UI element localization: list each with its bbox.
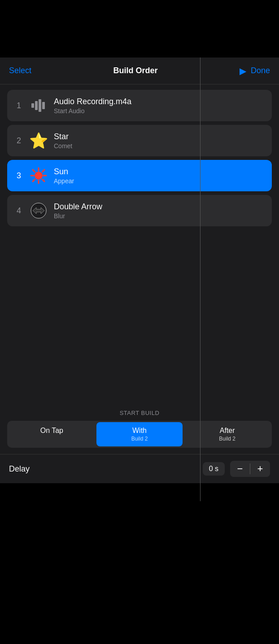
segment-on-tap[interactable]: On Tap [9, 422, 95, 446]
segment-after[interactable]: After Build 2 [184, 422, 270, 446]
item-text-2: Star Comet [54, 132, 72, 150]
svg-line-10 [43, 180, 45, 182]
svg-line-11 [43, 170, 45, 172]
svg-point-4 [35, 172, 43, 180]
double-arrow-icon [30, 202, 48, 220]
svg-rect-3 [42, 102, 45, 109]
item-number-4: 4 [14, 206, 23, 216]
item-sub-2: Comet [54, 142, 72, 150]
header-right: ▶ Done [240, 66, 270, 76]
stepper-minus-button[interactable]: − [230, 461, 250, 477]
item-number-1: 1 [14, 101, 23, 110]
delay-value: 0 s [203, 462, 225, 476]
build-item-1[interactable]: 1 Audio Recording.m4a Start Audio [7, 90, 272, 121]
bottom-black-area [0, 483, 279, 501]
item-name-1: Audio Recording.m4a [54, 97, 131, 106]
build-item-2[interactable]: 2 ⭐ Star Comet [7, 125, 272, 156]
select-button[interactable]: Select [9, 66, 31, 75]
item-text-1: Audio Recording.m4a Start Audio [54, 97, 131, 115]
segment-with-build[interactable]: With Build 2 [96, 422, 183, 446]
page-title: Build Order [113, 66, 157, 75]
svg-rect-0 [31, 103, 34, 108]
sun-icon [30, 167, 48, 185]
delay-row: Delay 0 s − + [0, 454, 279, 483]
build-list: 1 Audio Recording.m4a Start Audio 2 ⭐ St… [0, 84, 279, 232]
item-number-3: 3 [14, 171, 23, 181]
item-text-3: Sun Appear [54, 167, 74, 185]
svg-rect-1 [35, 101, 38, 110]
item-number-2: 2 [14, 136, 23, 146]
done-button[interactable]: Done [251, 66, 270, 75]
build-item-3[interactable]: 3 Sun Appear [7, 160, 272, 191]
item-name-3: Sun [54, 167, 74, 176]
play-icon[interactable]: ▶ [240, 66, 246, 76]
svg-line-9 [33, 170, 35, 172]
segment-control: On Tap With Build 2 After Build 2 [7, 421, 272, 448]
delay-label: Delay [9, 464, 30, 474]
delay-stepper: − + [230, 461, 270, 477]
item-name-4: Double Arrow [54, 202, 102, 212]
vertical-divider [200, 57, 201, 501]
top-black-area [0, 0, 279, 57]
start-build-label: START BUILD [0, 403, 279, 421]
item-text-4: Double Arrow Blur [54, 202, 102, 220]
bottom-section: START BUILD On Tap With Build 2 After Bu… [0, 403, 279, 501]
delay-right: 0 s − + [203, 461, 270, 477]
stepper-plus-button[interactable]: + [250, 461, 270, 477]
item-sub-4: Blur [54, 212, 102, 220]
main-panel: Select Build Order ▶ Done 1 Audio Record… [0, 57, 279, 501]
item-name-2: Star [54, 132, 72, 141]
header: Select Build Order ▶ Done [0, 57, 279, 84]
build-item-4[interactable]: 4 Double Arrow Blur [7, 195, 272, 226]
item-sub-1: Start Audio [54, 107, 131, 115]
svg-line-12 [33, 180, 35, 182]
audio-icon [30, 97, 48, 115]
item-sub-3: Appear [54, 177, 74, 185]
svg-rect-2 [39, 99, 41, 112]
star-icon: ⭐ [30, 132, 48, 150]
